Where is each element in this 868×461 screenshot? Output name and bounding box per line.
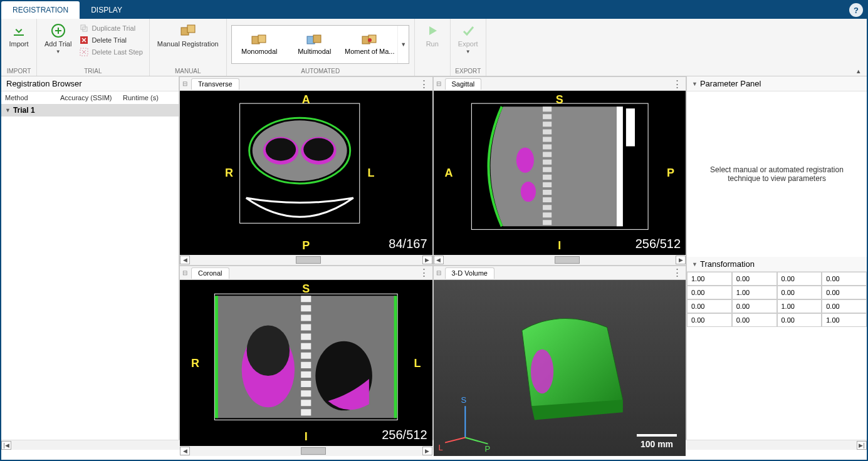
import-button[interactable]: Import [5,20,33,48]
coronal-canvas[interactable]: S I R L 256/512 [180,280,432,447]
svg-rect-22 [616,106,622,226]
slider-thumb[interactable] [296,256,321,264]
arrow-right-icon[interactable]: ▶ [676,256,686,264]
import-icon [11,23,27,39]
slice-counter: 256/512 [635,237,681,251]
table-row: 0.00 0.00 0.00 1.00 [687,313,867,327]
arrow-left-icon[interactable]: ◀ [434,256,444,264]
orient-r: R [225,166,233,179]
svg-point-20 [303,138,333,160]
more-icon[interactable]: ⋮ [670,78,684,90]
svg-point-19 [266,138,296,160]
collapse-icon[interactable]: ⊟ [435,269,442,276]
delete-step-icon [79,47,89,57]
slice-counter: 256/512 [382,428,427,442]
manual-registration-button[interactable]: Manual Registration [154,20,222,48]
transformation-table: 1.00 0.00 0.00 0.00 0.00 1.00 0.00 0.00 … [687,272,867,327]
more-icon[interactable]: ⋮ [670,267,684,278]
orient-a: A [445,166,453,179]
trial-row[interactable]: ▼ Trial 1 [1,104,179,117]
slider-thumb[interactable] [301,447,326,455]
svg-point-31 [530,349,553,393]
svg-rect-10 [313,35,321,43]
volume-canvas[interactable]: S L P 100 mm [434,280,686,457]
transverse-slider[interactable]: ◀ ▶ [180,255,432,265]
orient-l: L [368,166,375,179]
param-panel-body: Select manual or automated registration … [687,91,867,257]
registration-browser: Registration Browser Method Accuracy (SS… [1,76,179,440]
arrow-left-icon[interactable]: ◀ [180,447,190,455]
arrow-right-icon[interactable]: ▶ [422,256,432,264]
more-icon[interactable]: ⋮ [417,267,431,278]
arrow-right-icon[interactable]: ▶ [422,447,432,455]
svg-line-33 [445,437,465,442]
more-icon[interactable]: ⋮ [417,78,431,90]
orient-a: A [302,93,310,106]
group-manual: Manual Registration MANUAL [150,19,227,76]
auto-monomodal[interactable]: Monomodal [232,26,287,63]
table-row: 0.00 1.00 0.00 0.00 [687,286,867,299]
slider-thumb[interactable] [555,256,580,264]
group-manual-label: MANUAL [175,66,201,76]
axis-s: S [461,395,467,405]
col-accuracy: Accuracy (SSIM) [60,94,123,101]
slice-counter: 84/167 [389,237,427,251]
help-icon[interactable]: ? [849,3,863,17]
run-button: Run [419,20,446,48]
arrow-right-icon[interactable]: ▶| [857,441,867,450]
view-tab-coronal[interactable]: Coronal [191,267,229,279]
svg-point-30 [247,325,290,376]
chevron-down-icon: ▼ [466,49,471,54]
transformation-title[interactable]: ▼ Transformation [687,257,867,272]
group-automated-label: AUTOMATED [301,66,340,76]
collapse-icon[interactable]: ⊟ [181,80,189,87]
arrow-left-icon[interactable]: ◀ [180,256,190,264]
manual-label: Manual Registration [157,40,219,48]
view-tab-volume[interactable]: 3-D Volume [445,267,494,279]
collapse-ribbon-icon[interactable]: ▴ [853,67,864,75]
svg-rect-6 [187,25,195,33]
delete-trial-button[interactable]: Delete Trial [76,34,145,46]
auto-moment[interactable]: Moment of Ma... [342,26,397,63]
sagittal-slider[interactable]: ◀ ▶ [434,255,686,265]
sagittal-canvas[interactable]: S I A P 256/512 [434,91,686,255]
svg-point-24 [516,148,533,173]
tab-registration[interactable]: REGISTRATION [1,1,80,19]
group-trial-label: TRIAL [84,66,102,76]
param-hint: Select manual or automated registration … [699,165,854,183]
add-trial-button[interactable]: Add Trial ▼ [41,20,75,54]
scale-bar: 100 mm [637,434,677,450]
delete-icon [79,35,89,45]
orient-s: S [302,282,310,296]
view-volume: ⊟ 3-D Volume ⋮ [434,266,686,457]
group-run: Run [415,19,450,76]
browser-columns: Method Accuracy (SSIM) Runtime (s) [1,91,179,104]
collapse-icon[interactable]: ⊟ [435,80,442,87]
group-trial: Add Trial ▼ Duplicate Trial Delete Trial… [37,19,150,76]
group-automated: Monomodal Multimodal Moment of Ma... ▼ A… [227,19,415,76]
ribbon: Import IMPORT Add Trial ▼ Duplicate Tria… [1,19,867,76]
tab-bar: REGISTRATION DISPLAY ? [1,1,867,19]
auto-multimodal[interactable]: Multimodal [287,26,342,63]
collapse-icon[interactable]: ⊟ [181,269,189,276]
orient-i: I [558,239,561,252]
orient-i: I [305,430,308,443]
coronal-slider[interactable]: ◀ ▶ [180,446,432,456]
view-coronal: ⊟ Coronal ⋮ S I R L [180,266,432,457]
view-sagittal: ⊟ Sagittal ⋮ S I A P 256 [434,77,686,265]
main: Registration Browser Method Accuracy (SS… [1,76,867,440]
param-panel-title[interactable]: ▼ Parameter Panel [687,76,867,91]
transverse-canvas[interactable]: A P R L 84/167 [180,91,432,255]
view-tab-transverse[interactable]: Transverse [191,78,239,90]
automated-gallery: Monomodal Multimodal Moment of Ma... ▼ [231,25,409,64]
orient-l: L [414,356,421,370]
play-icon [424,23,441,39]
automated-dropdown[interactable]: ▼ [397,26,409,63]
view-tab-sagittal[interactable]: Sagittal [445,78,482,90]
svg-rect-23 [625,108,634,146]
tab-display[interactable]: DISPLAY [80,1,133,19]
export-label: Export [458,40,478,48]
group-export-label: EXPORT [455,66,481,76]
arrow-left-icon[interactable]: |◀ [1,441,11,450]
duplicate-icon [79,23,89,33]
